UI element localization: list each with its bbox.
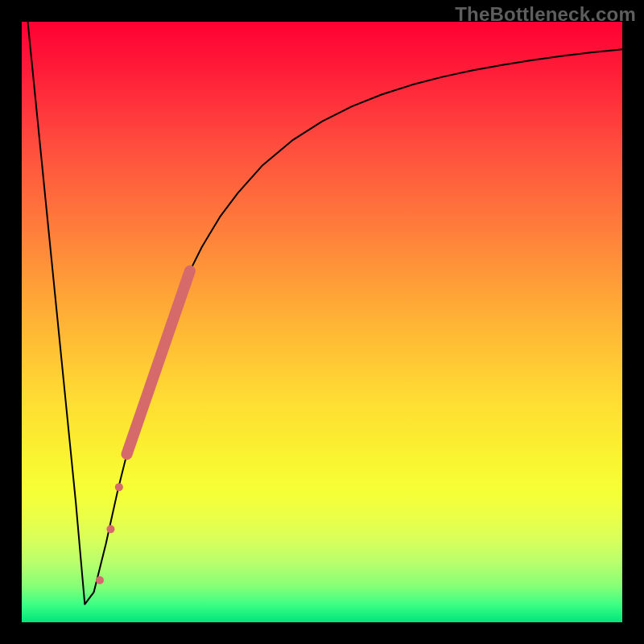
highlight-dot <box>96 576 104 584</box>
chart-frame: TheBottleneck.com <box>0 0 644 644</box>
plot-area <box>22 22 622 622</box>
highlight-segment <box>127 271 190 455</box>
watermark-text: TheBottleneck.com <box>455 3 636 26</box>
highlight-dot <box>106 525 114 533</box>
curve-layer <box>22 22 622 622</box>
highlight-dot <box>115 483 123 491</box>
bottleneck-curve <box>27 22 622 605</box>
